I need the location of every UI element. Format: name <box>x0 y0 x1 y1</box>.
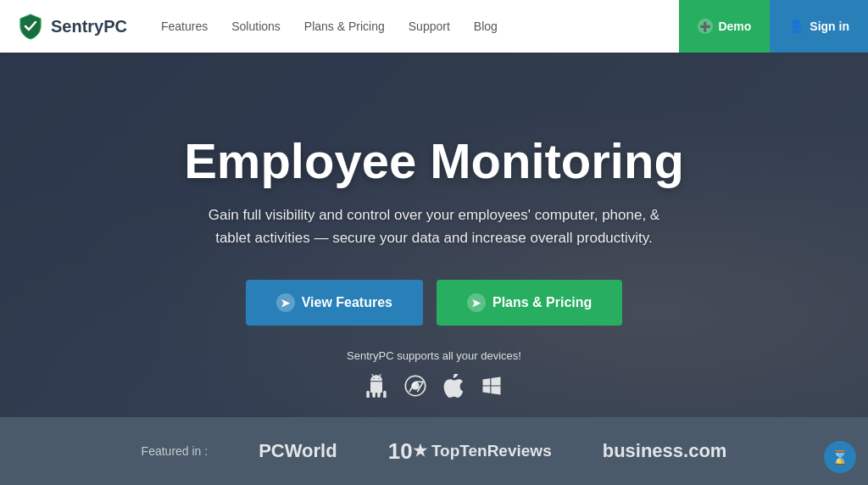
apple-icon <box>442 374 465 404</box>
footer-bar: Featured in : PCWorld 10★ TopTenReviews … <box>0 417 868 485</box>
chrome-icon <box>403 374 427 404</box>
help-circle-button[interactable]: ⌛ <box>824 441 856 473</box>
topten-brand: 10★ TopTenReviews <box>388 438 552 465</box>
help-icon: ⌛ <box>832 449 849 465</box>
nav-support[interactable]: Support <box>409 20 450 33</box>
windows-icon <box>480 374 504 404</box>
navbar: SentryPC Features Solutions Plans & Pric… <box>0 0 868 53</box>
nav-blog[interactable]: Blog <box>474 20 498 33</box>
logo-text: SentryPC <box>51 17 127 36</box>
nav-actions: ➕ Demo 👤 Sign in <box>679 0 868 53</box>
demo-icon: ➕ <box>698 19 713 34</box>
hero-buttons: ➤ View Features ➤ Plans & Pricing <box>246 280 623 326</box>
view-features-button[interactable]: ➤ View Features <box>246 280 423 326</box>
nav-plans-pricing[interactable]: Plans & Pricing <box>304 20 385 33</box>
demo-button[interactable]: ➕ Demo <box>679 0 770 53</box>
user-icon: 👤 <box>788 19 804 34</box>
topten-number: 10 <box>388 438 413 464</box>
featured-label: Featured in : <box>142 444 209 458</box>
logo-area[interactable]: SentryPC <box>0 13 153 40</box>
logo-icon <box>17 13 44 40</box>
pcworld-brand: PCWorld <box>259 440 337 462</box>
hero-subtitle: Gain full visibility and control over yo… <box>197 203 671 249</box>
devices-label: SentryPC supports all your devices! <box>347 349 521 362</box>
plans-pricing-icon: ➤ <box>467 293 486 312</box>
nav-features[interactable]: Features <box>161 20 208 33</box>
nav-solutions[interactable]: Solutions <box>231 20 281 33</box>
business-brand: business.com <box>603 440 727 462</box>
android-icon <box>364 374 388 404</box>
plans-pricing-button[interactable]: ➤ Plans & Pricing <box>437 280 622 326</box>
signin-button[interactable]: 👤 Sign in <box>770 0 868 53</box>
nav-links: Features Solutions Plans & Pricing Suppo… <box>153 20 679 33</box>
device-icons <box>364 374 504 404</box>
hero-title: Employee Monitoring <box>184 134 684 188</box>
view-features-icon: ➤ <box>276 293 295 312</box>
